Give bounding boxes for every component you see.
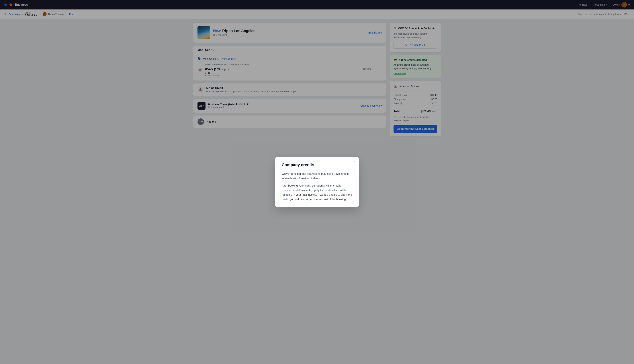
modal-body: We've identified that TripActions may ha… <box>282 172 352 202</box>
modal-title: Company credits <box>282 162 352 167</box>
modal-body-paragraph-2: After booking your flight, our agents wi… <box>282 184 352 202</box>
modal-overlay[interactable]: × Company credits We've identified that … <box>0 0 634 364</box>
modal-close-button[interactable]: × <box>353 160 355 163</box>
modal-body-paragraph-1: We've identified that TripActions may ha… <box>282 172 352 181</box>
company-credits-modal: × Company credits We've identified that … <box>275 157 359 208</box>
